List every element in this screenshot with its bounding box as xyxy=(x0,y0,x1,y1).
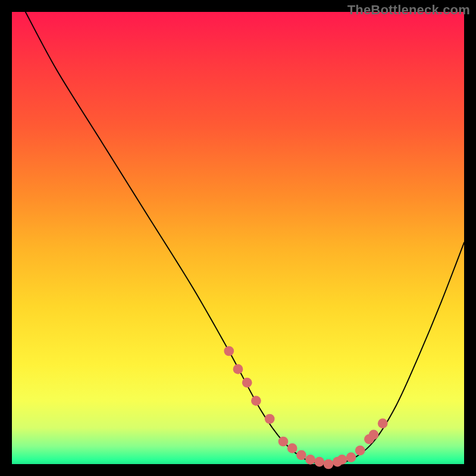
plot-area xyxy=(12,12,464,464)
highlight-point xyxy=(224,346,234,356)
highlight-point xyxy=(378,418,388,428)
chart-frame: TheBottleneck.com xyxy=(0,0,476,476)
highlight-point xyxy=(346,452,356,462)
bottleneck-curve xyxy=(26,12,464,464)
highlight-point xyxy=(233,364,243,374)
highlight-markers xyxy=(224,346,387,469)
highlight-point xyxy=(369,430,379,440)
highlight-point xyxy=(355,446,365,456)
chart-svg xyxy=(12,12,464,464)
highlight-point xyxy=(337,455,347,465)
highlight-point xyxy=(324,459,334,469)
highlight-point xyxy=(251,396,261,406)
highlight-point xyxy=(278,437,289,447)
highlight-point xyxy=(265,414,275,424)
highlight-point xyxy=(296,450,306,460)
highlight-point xyxy=(242,378,252,388)
highlight-point xyxy=(287,443,298,453)
highlight-point xyxy=(305,455,315,465)
watermark-text: TheBottleneck.com xyxy=(347,2,470,18)
highlight-point xyxy=(314,457,324,467)
